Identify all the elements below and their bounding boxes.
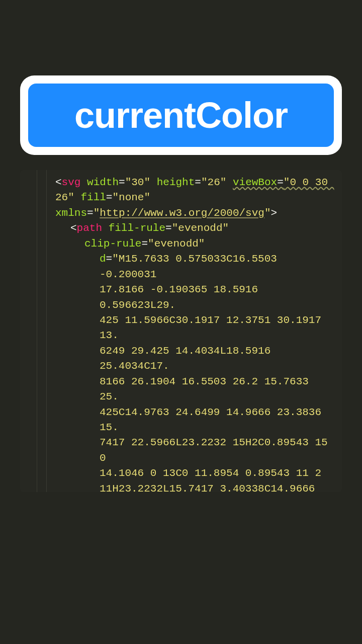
- indent-guide: [46, 170, 47, 492]
- code-editor[interactable]: <svg width="30" height="26" viewBox="0 0…: [20, 170, 342, 492]
- path-tag: path: [77, 222, 102, 234]
- svg-tag: svg: [62, 177, 81, 188]
- title-card: currentColor: [20, 75, 342, 155]
- title-button: currentColor: [28, 84, 334, 147]
- editor-gutter: [20, 170, 37, 492]
- code-content[interactable]: <svg width="30" height="26" viewBox="0 0…: [20, 175, 342, 492]
- title-text: currentColor: [38, 95, 324, 136]
